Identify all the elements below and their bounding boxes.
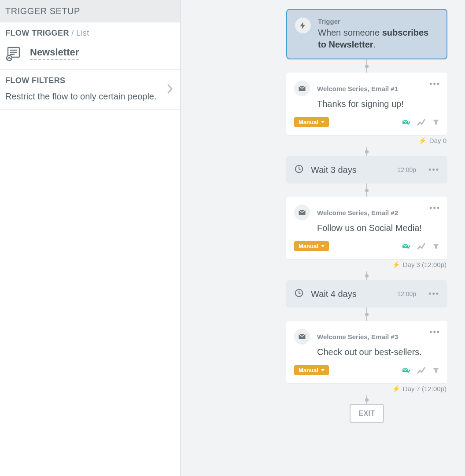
mail-icon	[294, 81, 310, 96]
email-subject: Thanks for signing up!	[317, 99, 439, 109]
flow-trigger-title: FLOW TRIGGER / List	[5, 29, 175, 38]
wait-time: 12:00p	[397, 166, 416, 173]
trigger-desc: When someone subscribes to Newsletter.	[318, 27, 439, 51]
bolt-icon: ⚡	[418, 137, 427, 144]
trigger-list-link[interactable]: Newsletter	[5, 45, 175, 62]
bolt-icon	[295, 18, 311, 33]
email-title: Welcome Series, Email #3	[317, 333, 398, 341]
trigger-label: Trigger	[318, 18, 439, 25]
status-label: Manual	[299, 119, 318, 125]
day-label: Day 7 (12:00p)	[403, 385, 447, 392]
flow-filters-desc: Restrict the flow to only certain people…	[5, 92, 175, 102]
wait-label: Wait 4 days	[311, 289, 390, 299]
clock-icon	[294, 288, 304, 300]
email-tools	[402, 119, 439, 126]
email-node-3[interactable]: ••• Welcome Series, Email #3 Check out o…	[286, 321, 447, 383]
flow-canvas[interactable]: Trigger When someone subscribes to Newsl…	[181, 0, 465, 476]
day-label: Day 0	[429, 137, 447, 144]
exit-button[interactable]: EXIT	[350, 404, 384, 423]
more-icon[interactable]: •••	[428, 289, 439, 299]
filter-icon[interactable]	[432, 119, 439, 126]
bolt-icon: ⚡	[392, 261, 400, 268]
email-title: Welcome Series, Email #1	[317, 85, 398, 92]
trigger-desc-prefix: When someone	[318, 28, 382, 37]
email-node-2[interactable]: ••• Welcome Series, Email #2 Follow us o…	[286, 197, 447, 259]
more-icon[interactable]: •••	[429, 80, 440, 89]
more-icon[interactable]: •••	[428, 165, 439, 175]
flow-trigger-panel: FLOW TRIGGER / List Newsletter	[0, 22, 180, 70]
day-timestamp-0: ⚡Day 0	[286, 135, 447, 147]
trigger-desc-suffix: .	[373, 40, 376, 49]
email-subject: Check out our best-sellers.	[317, 347, 439, 357]
status-label: Manual	[299, 367, 318, 373]
mail-icon	[294, 329, 310, 344]
day-timestamp-1: ⚡Day 3 (12:00p)	[286, 259, 447, 271]
flow-trigger-label: FLOW TRIGGER	[5, 29, 69, 37]
email-tools	[402, 243, 439, 250]
list-icon	[5, 45, 22, 62]
trigger-node[interactable]: Trigger When someone subscribes to Newsl…	[286, 9, 447, 59]
flow-filters-label: FLOW FILTERS	[5, 76, 65, 85]
email-subject: Follow us on Social Media!	[317, 223, 439, 233]
status-label: Manual	[299, 243, 318, 249]
status-badge[interactable]: Manual	[294, 117, 329, 127]
status-badge[interactable]: Manual	[294, 365, 329, 375]
filter-icon[interactable]	[432, 367, 439, 374]
bolt-icon: ⚡	[392, 385, 400, 392]
wait-time: 12:00p	[397, 290, 416, 297]
email-title: Welcome Series, Email #2	[317, 209, 398, 216]
mail-icon	[294, 205, 310, 220]
caret-down-icon	[321, 245, 325, 247]
email-tools	[402, 367, 439, 374]
flow-filters-title: FLOW FILTERS	[5, 76, 175, 85]
analytics-icon[interactable]	[417, 367, 425, 374]
wait-node-1[interactable]: Wait 3 days 12:00p •••	[286, 156, 447, 183]
more-icon[interactable]: •••	[429, 204, 440, 213]
flow-trigger-suffix: / List	[69, 29, 89, 37]
caret-down-icon	[321, 369, 325, 371]
sidebar: TRIGGER SETUP FLOW TRIGGER / List	[0, 0, 181, 476]
wait-node-2[interactable]: Wait 4 days 12:00p •••	[286, 280, 447, 308]
caret-down-icon	[321, 121, 325, 123]
clock-icon	[294, 164, 304, 176]
smart-send-icon[interactable]	[402, 243, 410, 250]
analytics-icon[interactable]	[417, 119, 425, 126]
email-node-1[interactable]: ••• Welcome Series, Email #1 Thanks for …	[286, 73, 447, 135]
smart-send-icon[interactable]	[402, 367, 410, 374]
smart-send-icon[interactable]	[402, 119, 410, 126]
day-timestamp-2: ⚡Day 7 (12:00p)	[286, 383, 447, 395]
sidebar-header: TRIGGER SETUP	[0, 0, 180, 22]
status-badge[interactable]: Manual	[294, 241, 329, 251]
more-icon[interactable]: •••	[429, 328, 440, 337]
day-label: Day 3 (12:00p)	[403, 261, 447, 268]
newsletter-link[interactable]: Newsletter	[30, 47, 79, 60]
flow-filters-panel[interactable]: FLOW FILTERS Restrict the flow to only c…	[0, 70, 180, 110]
analytics-icon[interactable]	[417, 243, 425, 250]
wait-label: Wait 3 days	[311, 165, 390, 175]
filter-icon[interactable]	[432, 243, 439, 250]
chevron-right-icon	[167, 84, 173, 95]
